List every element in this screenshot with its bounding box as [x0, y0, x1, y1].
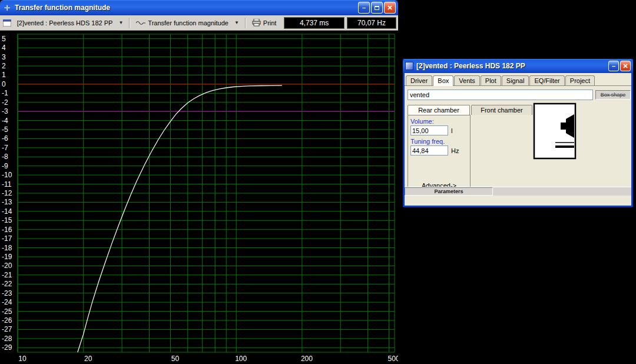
window-list-icon[interactable]	[2, 17, 13, 29]
volume-unit: l	[451, 127, 452, 135]
y-axis-tick-label: -13	[2, 198, 12, 206]
y-axis-tick-label: -20	[2, 262, 12, 270]
transfer-function-window: ✛ Transfer function magnitude – ✕ [2]ven…	[0, 0, 398, 364]
cursor-time-readout: 4,737 ms	[284, 17, 344, 29]
y-axis-tick-label: -12	[2, 189, 12, 197]
plot-toolbar: [2]vented : Peerless HDS 182 PP ▼ Transf…	[0, 15, 398, 31]
y-axis-tick-label: -14	[2, 207, 12, 216]
rear-chamber-panel: Volume: l Tuning freq. Hz Advanced->	[408, 115, 471, 192]
y-axis-tick-label: 2	[2, 62, 6, 70]
y-axis-tick-label: -8	[2, 153, 8, 161]
status-bar: Parameters	[405, 187, 631, 196]
tab-box[interactable]: Box	[433, 75, 453, 86]
y-axis-tick-label: -26	[2, 316, 12, 325]
tab-vents[interactable]: Vents	[454, 75, 480, 85]
tuning-freq-input[interactable]	[410, 145, 448, 155]
project-preset-dropdown[interactable]: [2]vented : Peerless HDS 182 PP ▼	[14, 17, 127, 29]
y-axis-tick-label: -3	[2, 107, 8, 115]
y-axis-tick-label: -29	[2, 343, 12, 352]
left-window-titlebar[interactable]: ✛ Transfer function magnitude – ✕	[0, 0, 398, 15]
y-axis-tick-label: -23	[2, 289, 12, 297]
y-axis-tick-label: -21	[2, 271, 12, 279]
plot-type-label: Transfer function magnitude	[148, 19, 228, 27]
box-diagram	[533, 102, 577, 160]
right-window-titlebar[interactable]: [2]vented : Peerless HDS 182 PP – ✕	[403, 59, 633, 73]
project-preset-label: [2]vented : Peerless HDS 182 PP	[17, 19, 113, 27]
chart-background	[0, 31, 398, 364]
x-axis-tick-label: 10	[18, 355, 26, 363]
project-app-icon	[405, 62, 413, 70]
tab-signal[interactable]: Signal	[502, 75, 529, 85]
y-axis-tick-label: -15	[2, 216, 12, 224]
x-axis-tick-label: 500	[388, 355, 398, 363]
y-axis-tick-label: -28	[2, 335, 12, 343]
y-axis-tick-label: -16	[2, 226, 12, 234]
close-button[interactable]: ✕	[384, 2, 396, 14]
right-window-title: [2]vented : Peerless HDS 182 PP	[416, 62, 608, 70]
restore-icon	[375, 6, 379, 10]
tab-driver[interactable]: Driver	[406, 75, 432, 85]
tuning-freq-label: Tuning freq.	[410, 138, 470, 145]
close-button[interactable]: ✕	[620, 61, 631, 71]
y-axis-tick-label: -11	[2, 180, 12, 188]
crosshair-app-icon: ✛	[2, 3, 12, 12]
box-shape-button[interactable]: Box shape	[595, 90, 631, 100]
y-axis-tick-label: -7	[2, 144, 8, 152]
y-axis-tick-label: -22	[2, 280, 12, 288]
printer-icon	[252, 19, 261, 27]
y-axis-tick-label: -4	[2, 117, 8, 125]
y-axis-tick-label: -2	[2, 98, 8, 107]
toolbar-separator	[129, 18, 130, 28]
y-axis-tick-label: -18	[2, 244, 12, 252]
y-axis-tick-label: -24	[2, 298, 12, 306]
x-axis-tick-label: 200	[301, 355, 313, 363]
project-window: [2]vented : Peerless HDS 182 PP – ✕ Driv…	[403, 59, 633, 207]
y-axis-tick-label: 5	[2, 35, 6, 43]
y-axis-tick-label: -27	[2, 325, 12, 333]
y-axis-tick-label: -1	[2, 89, 8, 97]
chevron-down-icon: ▼	[234, 20, 239, 25]
tab-eq-filter[interactable]: EQ/Filter	[529, 75, 564, 85]
minimize-button[interactable]: –	[358, 2, 370, 14]
vent-tube	[555, 145, 574, 148]
y-axis-tick-label: -25	[2, 307, 12, 316]
plot-type-dropdown[interactable]: Transfer function magnitude ▼	[133, 17, 241, 29]
y-axis-tick-label: -6	[2, 134, 8, 143]
volume-label: Volume:	[410, 118, 470, 125]
box-tab-panel: Box shape Rear chamber Front chamber Vol…	[405, 86, 631, 196]
y-axis-tick-label: -9	[2, 162, 8, 170]
y-axis-tick-label: -19	[2, 253, 12, 261]
waveform-icon	[136, 20, 145, 26]
y-axis-tick-label: 1	[2, 71, 6, 79]
tab-project[interactable]: Project	[565, 75, 595, 85]
box-name-input[interactable]	[408, 90, 593, 100]
y-axis-tick-label: -10	[2, 171, 12, 179]
chevron-down-icon: ▼	[118, 20, 123, 25]
tuning-freq-unit: Hz	[451, 147, 459, 155]
cursor-frequency-readout: 70,07 Hz	[347, 17, 396, 29]
y-axis-tick-label: 3	[2, 53, 6, 61]
y-axis-tick-label: 4	[2, 44, 6, 52]
tab-rear-chamber[interactable]: Rear chamber	[408, 105, 470, 115]
transfer-function-chart[interactable]: 543210-1-2-3-4-5-6-7-8-9-10-11-12-13-14-…	[0, 31, 398, 364]
y-axis-tick-label: -5	[2, 125, 8, 134]
parameters-status[interactable]: Parameters	[405, 187, 493, 196]
minimize-button[interactable]: –	[608, 61, 619, 71]
y-axis-tick-label: 0	[2, 80, 6, 88]
x-axis-tick-label: 100	[235, 355, 247, 363]
maximize-button[interactable]	[371, 2, 383, 14]
left-window-title: Transfer function magnitude	[15, 4, 358, 12]
toolbar-separator	[245, 18, 246, 28]
tab-front-chamber[interactable]: Front chamber	[471, 105, 532, 115]
print-button[interactable]: Print	[249, 17, 280, 29]
volume-input[interactable]	[410, 125, 448, 135]
project-tabstrip: Driver Box Vents Plot Signal EQ/Filter P…	[405, 73, 631, 86]
chart-area: 543210-1-2-3-4-5-6-7-8-9-10-11-12-13-14-…	[0, 31, 398, 364]
tab-plot[interactable]: Plot	[481, 75, 501, 85]
y-axis-tick-label: -17	[2, 234, 12, 243]
print-label: Print	[263, 19, 277, 27]
x-axis-tick-label: 20	[84, 355, 92, 363]
x-axis-tick-label: 50	[171, 355, 180, 363]
